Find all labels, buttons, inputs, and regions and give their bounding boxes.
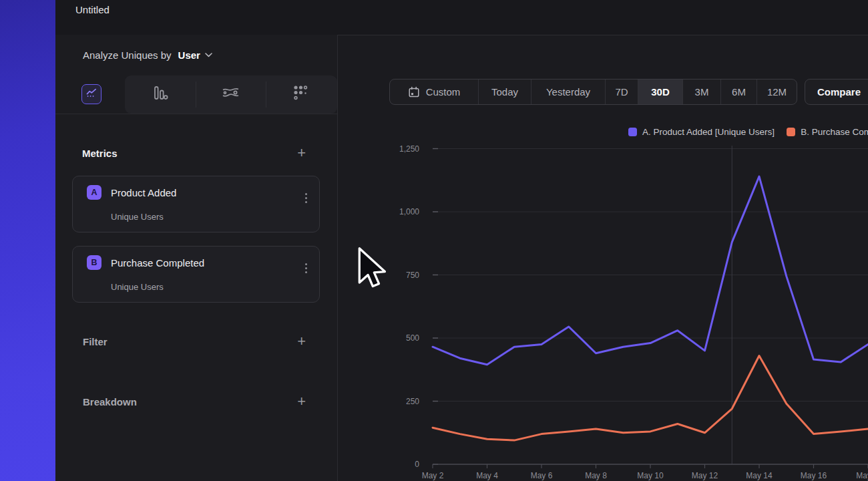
x-tick-label: May 16	[801, 471, 827, 480]
breakdown-section-label: Breakdown	[83, 396, 137, 408]
tabstrip-divider	[55, 114, 337, 114]
series-line[interactable]	[433, 176, 868, 365]
mouse-cursor	[357, 243, 388, 293]
analyze-label: Analyze Uniques by	[83, 49, 172, 61]
chevron-down-icon[interactable]	[205, 53, 212, 57]
add-filter-button[interactable]: +	[297, 335, 306, 348]
tab-divider	[196, 82, 196, 108]
line-chart-icon	[86, 88, 97, 100]
metric-subtitle[interactable]: Unique Users	[111, 282, 164, 292]
x-tick-label: May 6	[531, 471, 553, 480]
metric-subtitle[interactable]: Unique Users	[111, 212, 164, 222]
bar-chart-icon	[152, 85, 168, 104]
flow-chart-icon	[221, 86, 240, 102]
analyze-by-dropdown[interactable]: User	[178, 49, 200, 61]
x-tick-label: May 18	[856, 471, 868, 480]
tab-dot-grid[interactable]	[290, 84, 310, 104]
x-tick-label: May 2	[422, 471, 444, 480]
add-breakdown-button[interactable]: +	[297, 395, 306, 408]
x-tick-label: May 14	[746, 471, 773, 480]
filter-section-label: Filter	[83, 336, 107, 347]
metric-options-kebab-icon[interactable]	[305, 263, 307, 273]
add-metric-button[interactable]: +	[297, 146, 306, 160]
line-chart[interactable]: 02505007501,0001,250May 2May 4May 6May 8…	[337, 0, 868, 481]
metric-badge-a: A	[87, 185, 101, 200]
x-tick-label: May 8	[585, 471, 607, 480]
tab-divider	[266, 82, 266, 108]
y-tick-label: 0	[415, 460, 419, 469]
series-line[interactable]	[433, 356, 868, 441]
x-tick-label: May 12	[692, 471, 718, 480]
tab-bar-chart[interactable]	[150, 84, 170, 104]
x-tick-label: May 10	[637, 471, 664, 480]
tab-line-chart[interactable]	[81, 84, 101, 104]
page-title: Untitled	[75, 4, 110, 15]
dot-grid-icon	[292, 84, 308, 104]
y-tick-label: 500	[406, 333, 419, 343]
y-tick-label: 250	[406, 397, 419, 406]
x-tick-label: May 4	[476, 471, 498, 480]
metrics-header: Metrics	[82, 148, 118, 159]
metric-title: Product Added	[111, 187, 176, 198]
y-tick-label: 1,000	[399, 207, 419, 216]
left-gradient-strip	[0, 0, 55, 481]
tab-flow-chart[interactable]	[220, 84, 240, 104]
metric-card-purchase-completed[interactable]: B Purchase Completed Unique Users	[72, 246, 320, 303]
y-tick-label: 750	[406, 271, 419, 280]
metric-title: Purchase Completed	[111, 257, 204, 269]
metric-badge-b: B	[87, 255, 101, 270]
y-tick-label: 1,250	[399, 144, 419, 154]
metric-card-product-added[interactable]: A Product Added Unique Users	[72, 176, 320, 232]
query-builder-panel: Analyze Uniques by User	[55, 35, 337, 481]
metric-options-kebab-icon[interactable]	[305, 193, 307, 203]
analyze-row: Analyze Uniques by User	[83, 35, 212, 75]
